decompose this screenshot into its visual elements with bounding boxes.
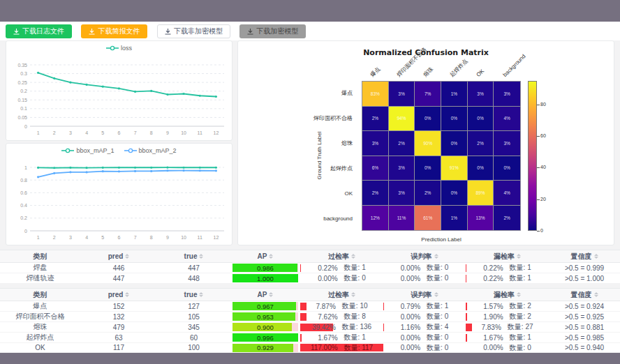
- svg-text:4: 4: [85, 235, 88, 240]
- sort-carets-icon: [434, 292, 438, 297]
- cell-category: 焊印面积不合格: [0, 312, 80, 322]
- table-row: 爆点1521270.9677.87%数量: 100.79%数量: 11.57%数…: [0, 301, 620, 312]
- matrix-cell: 0%: [441, 131, 468, 156]
- col-header-label: 类别: [34, 252, 47, 261]
- over-rate-count: 数量: 1: [344, 333, 366, 342]
- matrix-cell: 13%: [468, 206, 494, 231]
- mis-rate-value: 0.00%: [401, 275, 420, 282]
- download-encrypted-model-button[interactable]: 下载加密模型: [239, 24, 306, 38]
- col-header-label: 漏检率: [494, 252, 515, 261]
- colorbar-tick-label: 20: [540, 197, 546, 202]
- cell-miss: 1.67%数量: 1: [466, 333, 549, 343]
- matrix-cell: 3%: [389, 156, 415, 181]
- legend-item-bbox_mAP_2[interactable]: bbox_mAP_2: [124, 147, 177, 154]
- svg-text:7: 7: [134, 235, 137, 240]
- col-header-over[interactable]: 过检率: [300, 289, 383, 301]
- sort-carets-icon: [269, 254, 273, 259]
- col-header-pred[interactable]: pred: [80, 250, 157, 263]
- mis-rate-count: 数量: 0: [427, 333, 448, 342]
- cell-ap: 0.900: [230, 322, 300, 333]
- svg-text:3: 3: [69, 235, 72, 240]
- svg-text:2: 2: [53, 235, 56, 240]
- svg-text:8: 8: [150, 235, 153, 240]
- col-header-conf[interactable]: 置信度: [549, 250, 620, 263]
- download-report-button[interactable]: 下载简报文件: [81, 24, 147, 38]
- table-row: 起焊炸点63600.9961.67%数量: 10.00%数量: 01.67%数量…: [0, 333, 620, 343]
- svg-text:5: 5: [101, 235, 104, 240]
- download-log-button[interactable]: 下载日志文件: [6, 24, 72, 38]
- legend-item-bbox_mAP_1[interactable]: bbox_mAP_1: [61, 147, 114, 154]
- matrix-cell: 3%: [362, 131, 389, 156]
- col-header-pred[interactable]: pred: [80, 289, 157, 301]
- cell-miss: 0.00%数量: 0: [466, 343, 549, 353]
- col-header-ap[interactable]: AP: [230, 250, 300, 263]
- over-rate-value: 39.42%: [312, 324, 336, 331]
- svg-text:9: 9: [166, 235, 169, 240]
- dashboard-page: 下载日志文件 下载简报文件 下载非加密模型 下载加密模型 loss 00.050…: [0, 22, 620, 347]
- cell-ap: 0.986: [230, 263, 300, 273]
- cell-category: 爆点: [0, 301, 80, 312]
- cell-true: 448: [157, 273, 230, 284]
- legend-item-loss[interactable]: loss: [106, 45, 132, 52]
- confusion-matrix-card: Normalized Confusion Matrix Ground Truth…: [237, 40, 614, 245]
- sort-carets-icon: [434, 254, 438, 259]
- over-rate-count: 数量: 10: [342, 301, 368, 311]
- miss-rate-count: 数量: 0: [510, 343, 531, 353]
- matrix-cell: 94%: [389, 107, 415, 132]
- svg-text:0.2: 0.2: [20, 89, 27, 93]
- cell-mis: 0.00%数量: 0: [383, 273, 466, 284]
- over-rate-value: 1.67%: [318, 334, 337, 342]
- legend-label: bbox_mAP_2: [139, 147, 177, 154]
- col-header-ap[interactable]: AP: [230, 289, 300, 301]
- over-rate-count: 数量: 1: [344, 263, 366, 273]
- miss-rate-bar: [466, 275, 466, 282]
- matrix-cell: 0%: [468, 156, 494, 181]
- matrix-cell: 0%: [441, 107, 468, 132]
- over-rate-count: 数量: 8: [344, 312, 366, 321]
- svg-text:1: 1: [37, 130, 40, 135]
- sort-carets-icon: [517, 292, 521, 297]
- col-header-mis[interactable]: 误判率: [383, 250, 466, 263]
- col-header-true[interactable]: true: [157, 289, 230, 301]
- cell-mis: 0.00%数量: 0: [383, 263, 466, 273]
- miss-rate-bar: [466, 324, 472, 331]
- mis-rate-count: 数量: 0: [427, 343, 448, 353]
- col-header-conf[interactable]: 置信度: [549, 289, 620, 301]
- cell-ap: 0.967: [230, 301, 300, 312]
- svg-text:0.35: 0.35: [17, 63, 27, 68]
- mis-rate-value: 1.16%: [401, 324, 420, 331]
- ap-value: 0.967: [232, 302, 298, 310]
- download-plain-model-button[interactable]: 下载非加密模型: [157, 24, 230, 38]
- cell-over: 0.22%数量: 1: [300, 263, 383, 273]
- mis-rate-count: 数量: 0: [427, 263, 448, 273]
- matrix-cell: 2%: [415, 181, 441, 206]
- svg-text:12: 12: [214, 130, 219, 135]
- miss-rate-value: 0.22%: [483, 264, 503, 272]
- svg-text:12: 12: [214, 235, 219, 240]
- svg-text:9: 9: [166, 130, 169, 135]
- download-icon: [165, 29, 171, 35]
- col-header-mis[interactable]: 误判率: [383, 289, 466, 301]
- over-rate-value: 117.00%: [311, 344, 338, 351]
- col-header-miss[interactable]: 漏检率: [466, 250, 549, 263]
- miss-rate-value: 1.90%: [483, 313, 503, 321]
- over-rate-count: 数量: 136: [342, 322, 371, 332]
- svg-text:0.05: 0.05: [17, 115, 27, 120]
- matrix-cell: 3%: [468, 82, 494, 107]
- col-header-miss[interactable]: 漏检率: [466, 289, 549, 301]
- metrics-table-2: 类别predtrueAP过检率误判率漏检率置信度爆点1521270.9677.8…: [0, 288, 620, 353]
- cell-ap: 0.996: [230, 333, 300, 343]
- col-header-over[interactable]: 过检率: [300, 250, 383, 263]
- svg-text:0.4: 0.4: [20, 203, 27, 208]
- col-header-true[interactable]: true: [157, 250, 230, 263]
- table-row: 熔珠4793450.90039.42%数量: 1361.16%数量: 47.83…: [0, 322, 620, 333]
- metrics-table-1: 类别predtrueAP过检率误判率漏检率置信度焊盘4464470.9860.2…: [0, 250, 620, 284]
- matrix-col-label: 爆点: [369, 66, 382, 78]
- svg-text:5: 5: [101, 130, 104, 135]
- cell-ap: 1.000: [230, 273, 300, 284]
- map-chart-card: bbox_mAP_1bbox_mAP_2 00.20.40.60.8112345…: [6, 143, 232, 245]
- over-rate-value: 0.00%: [318, 275, 337, 282]
- cell-confidence: >0.5 = 0.999: [549, 263, 620, 273]
- matrix-cell: 89%: [468, 181, 494, 206]
- matrix-cell: 7%: [415, 82, 441, 107]
